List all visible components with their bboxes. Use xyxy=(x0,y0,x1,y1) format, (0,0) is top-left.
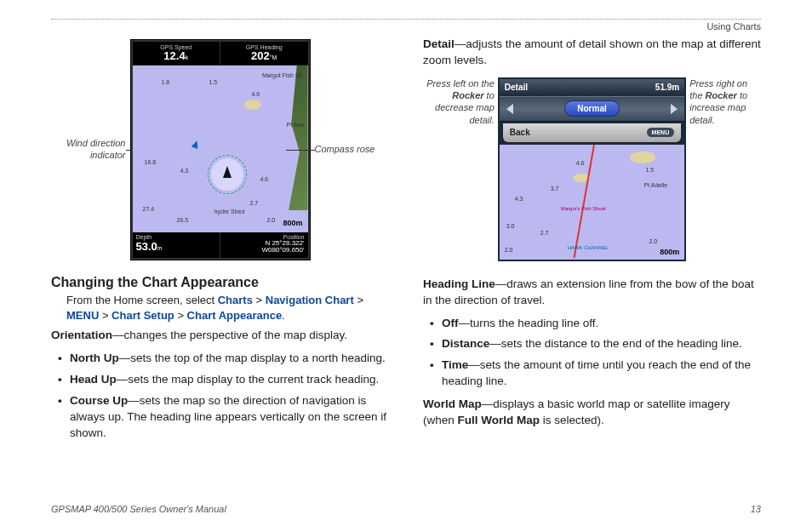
page-number: 13 xyxy=(751,504,761,514)
depth-value: 1.8 xyxy=(162,79,170,85)
depth-box: Depth 53.0m xyxy=(133,232,221,258)
map-label: Margot's Fish Shoal xyxy=(561,206,606,211)
depth-value: 1.5 xyxy=(645,167,654,173)
map-label: Pt Adelle xyxy=(644,182,668,188)
depth-value: 2.7 xyxy=(250,200,259,206)
figure-2: Press left on the Rocker to decrease map… xyxy=(423,77,761,261)
figure-1: Wind direction indicator GPS Speed 12.4k… xyxy=(51,40,389,260)
depth-value: 3.0 xyxy=(506,223,515,229)
detail-device-screenshot: Detail 51.9m Normal Back MENU 4.6 xyxy=(498,77,686,261)
heading-line-options: Off—turns the heading line off. Distance… xyxy=(423,316,761,391)
back-menu-bar: Back MENU xyxy=(503,123,681,142)
breadcrumb: Using Charts xyxy=(51,21,761,31)
chevron-right-icon[interactable] xyxy=(671,104,678,114)
depth-value: 2.0 xyxy=(505,247,513,253)
detail-header: Detail 51.9m xyxy=(500,79,684,96)
page-columns: Wind direction indicator GPS Speed 12.4k… xyxy=(51,37,761,448)
section-heading: Changing the Chart Appearance xyxy=(51,275,389,290)
depth-value: 4.6 xyxy=(260,176,269,182)
header-rule xyxy=(51,19,761,20)
map-scale: 800m xyxy=(283,219,302,227)
depth-value: 4.3 xyxy=(515,196,523,202)
detail-title: Detail xyxy=(505,83,528,92)
left-column: Wind direction indicator GPS Speed 12.4k… xyxy=(51,37,389,448)
list-item: Course Up—sets the map so the direction … xyxy=(58,393,389,442)
detail-map-area: 4.6 1.5 3.7 4.3 3.0 2.7 2.0 2.0 Pt Adell… xyxy=(500,145,684,260)
depth-value: 3.7 xyxy=(551,186,559,192)
list-item: Distance—sets the distance to the end of… xyxy=(430,336,761,352)
boat-icon xyxy=(223,166,232,178)
orientation-options: North Up—sets the top of the map display… xyxy=(51,351,389,441)
heading-line-paragraph: Heading Line—draws an extension line fro… xyxy=(423,277,761,309)
depth-value: 1.5 xyxy=(209,79,218,85)
orientation-paragraph: Orientation—changes the perspective of t… xyxy=(51,328,389,344)
callout-wind-indicator: Wind direction indicator xyxy=(60,138,126,162)
right-column: Detail—adjusts the amount of detail show… xyxy=(423,37,761,448)
gps-device-screenshot: GPS Speed 12.4k GPS Heading 202°M 1.8 xyxy=(131,40,310,260)
map-label: Pt Ada xyxy=(287,122,305,128)
depth-value: 4.3 xyxy=(180,168,189,174)
callout-rocker-left: Press left on the Rocker to decrease map… xyxy=(423,77,495,126)
island-icon xyxy=(630,152,655,163)
depth-value: 2.7 xyxy=(540,230,549,236)
gps-speed-value: 12.4k xyxy=(163,50,188,62)
map-label: hydre Shed xyxy=(214,209,245,214)
callout-rocker-right: Press right on the Rocker to increase ma… xyxy=(689,77,761,126)
depth-value: 16.8 xyxy=(145,159,157,165)
manual-title: GPSMAP 400/500 Series Owner's Manual xyxy=(51,504,226,514)
land-mass xyxy=(281,66,308,210)
gps-heading-value: 202°M xyxy=(251,50,277,62)
depth-value: 4.6 xyxy=(576,160,585,166)
list-item: Off—turns the heading line off. xyxy=(430,316,761,332)
depth-value: 2.0 xyxy=(649,238,657,244)
gps-speed-box: GPS Speed 12.4k xyxy=(133,42,221,65)
chart-map-area: 1.8 1.5 4.6 16.8 4.3 4.6 27.4 26.5 2.7 2… xyxy=(133,66,308,232)
list-item: North Up—sets the top of the map display… xyxy=(58,351,389,367)
detail-paragraph: Detail—adjusts the amount of detail show… xyxy=(423,37,761,69)
island-icon xyxy=(244,100,261,110)
back-button[interactable]: Back xyxy=(510,128,530,137)
depth-value: 26.5 xyxy=(177,217,189,223)
depth-value: 2.0 xyxy=(267,217,276,223)
chevron-left-icon[interactable] xyxy=(506,104,513,114)
position-box: Position N 25°28.322' W080°09.650' xyxy=(220,232,308,258)
map-scale: 800m xyxy=(660,248,679,256)
depth-value: 4.6 xyxy=(252,91,260,97)
map-label: HAWK CHANNEL xyxy=(568,245,609,250)
wind-arrow-icon xyxy=(191,140,200,149)
detail-range: 51.9m xyxy=(655,83,679,92)
callout-compass-rose: Compass rose xyxy=(315,144,381,156)
map-label: Margot Fish Sh xyxy=(262,72,302,78)
page-footer: GPSMAP 400/500 Series Owner's Manual 13 xyxy=(51,504,761,514)
detail-slider[interactable]: Normal xyxy=(500,96,684,122)
gps-heading-box: GPS Heading 202°M xyxy=(220,42,308,65)
menu-button[interactable]: MENU xyxy=(647,128,675,137)
list-item: Time—sets the amount of time until you r… xyxy=(430,357,761,390)
depth-value: 27.4 xyxy=(143,206,155,212)
slider-value-pill[interactable]: Normal xyxy=(564,100,619,117)
world-map-paragraph: World Map—displays a basic world map or … xyxy=(423,397,761,429)
list-item: Head Up—sets the map display to the curr… xyxy=(58,372,389,388)
navigation-path: From the Home screen, select Charts > Na… xyxy=(66,293,389,323)
